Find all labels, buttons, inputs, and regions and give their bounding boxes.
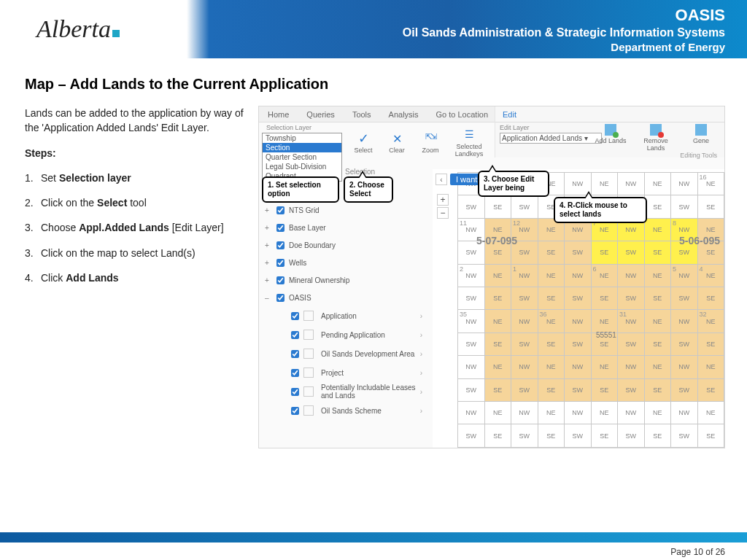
land-cell[interactable]: SW <box>511 332 538 355</box>
land-cell[interactable]: SW <box>671 195 698 218</box>
tree-row-1[interactable]: +Base Layer <box>262 219 430 236</box>
opt-section[interactable]: Section <box>263 143 341 152</box>
land-cell[interactable]: SW <box>565 378 592 401</box>
land-cell[interactable]: NW <box>671 173 698 195</box>
land-cell[interactable]: SE <box>697 424 724 448</box>
land-cell[interactable]: 5NW <box>671 264 698 287</box>
opt-quarter[interactable]: Quarter Section <box>263 152 341 162</box>
land-cell[interactable]: SE <box>591 287 618 310</box>
sublayer-checkbox[interactable] <box>291 388 299 396</box>
land-cell[interactable]: 16NE <box>697 173 724 195</box>
zoom-tool[interactable]: ⇱⇲Zoom <box>414 132 447 154</box>
land-cell[interactable]: SE <box>538 378 565 401</box>
layer-checkbox[interactable] <box>276 259 285 267</box>
layer-checkbox[interactable] <box>276 241 285 249</box>
land-cell[interactable]: NW <box>565 402 592 424</box>
land-cell[interactable]: SE <box>644 378 671 401</box>
land-cell[interactable]: SE <box>644 424 671 448</box>
sublayer-checkbox[interactable] <box>291 350 299 358</box>
land-cell[interactable]: SE <box>538 424 565 448</box>
tab-tools[interactable]: Tools <box>344 110 380 119</box>
subtree-row-5[interactable]: Oil Sands Scheme› <box>288 401 430 420</box>
land-cell[interactable]: SE <box>644 241 671 264</box>
clear-tool[interactable]: ✕Clear <box>380 132 414 154</box>
opt-lsd[interactable]: Legal Sub-Division <box>263 162 341 171</box>
tree-row-5[interactable]: –OASIS <box>262 289 430 306</box>
tab-analysis[interactable]: Analysis <box>380 110 427 119</box>
generate-button[interactable]: Gene <box>681 124 721 152</box>
land-cell[interactable]: NW <box>458 356 485 378</box>
edit-layer-select[interactable]: Application Added Lands ▾ <box>500 133 602 144</box>
land-cell[interactable]: SW <box>511 195 538 218</box>
land-cell[interactable]: 35NW <box>458 310 485 332</box>
subtree-row-2[interactable]: Oil Sands Development Area› <box>288 344 430 363</box>
select-tool[interactable]: ✓Select <box>347 132 380 154</box>
prev-button[interactable]: ‹ <box>436 174 447 185</box>
land-cell[interactable]: SE <box>538 332 565 355</box>
land-cell[interactable]: SE <box>644 195 671 218</box>
land-cell[interactable]: SW <box>458 195 485 218</box>
subtree-row-1[interactable]: Pending Application› <box>288 325 430 344</box>
land-cell[interactable]: NE <box>591 310 618 332</box>
land-cell[interactable]: NW <box>565 264 592 287</box>
land-cell[interactable]: SW <box>565 241 592 264</box>
land-cell[interactable]: SW <box>511 287 538 310</box>
land-cell[interactable]: SW <box>671 424 698 448</box>
land-cell[interactable]: NW <box>511 402 538 424</box>
land-cell[interactable]: NE <box>484 310 511 332</box>
land-cell[interactable]: NE <box>644 264 671 287</box>
tab-queries[interactable]: Queries <box>298 110 344 119</box>
layer-checkbox[interactable] <box>276 206 285 214</box>
subtree-row-4[interactable]: Potentially Includable Leases and Lands› <box>288 382 430 401</box>
layer-checkbox[interactable] <box>276 276 285 284</box>
land-cell[interactable]: NW <box>511 356 538 378</box>
land-cell[interactable]: 32NE <box>697 310 724 332</box>
land-cell[interactable]: SW <box>671 332 698 355</box>
land-cell[interactable]: NE <box>644 310 671 332</box>
land-cell[interactable]: SE <box>697 195 724 218</box>
land-cell[interactable]: NE <box>591 356 618 378</box>
opt-township[interactable]: Township <box>263 133 341 143</box>
land-cell[interactable]: NW <box>618 173 645 195</box>
land-cell[interactable]: SW <box>458 424 485 448</box>
land-cell[interactable]: NW <box>671 402 698 424</box>
land-cell[interactable]: NE <box>644 173 671 195</box>
land-cell[interactable]: SW <box>565 287 592 310</box>
land-cell[interactable]: SE <box>538 287 565 310</box>
land-cell[interactable]: SE <box>484 378 511 401</box>
land-cell[interactable]: NW <box>511 310 538 332</box>
land-cell[interactable]: SW <box>618 241 645 264</box>
land-cell[interactable]: NW <box>618 264 645 287</box>
land-cell[interactable]: NW <box>618 402 645 424</box>
land-cell[interactable]: SW <box>511 378 538 401</box>
remove-lands-button[interactable]: Remove Lands <box>635 124 676 152</box>
selection-layer-dropdown[interactable]: Township Section Quarter Section Legal S… <box>262 133 342 182</box>
land-cell[interactable]: NE <box>644 402 671 424</box>
land-cell[interactable]: SW <box>458 287 485 310</box>
sublayer-checkbox[interactable] <box>291 312 299 320</box>
tree-row-0[interactable]: +NTS Grid <box>262 201 430 219</box>
land-cell[interactable]: SE <box>591 241 618 264</box>
land-cell[interactable]: SE <box>697 287 724 310</box>
land-cell[interactable]: SW <box>565 332 592 355</box>
tree-row-4[interactable]: +Mineral Ownership <box>262 271 430 289</box>
land-cell[interactable]: SW <box>618 424 645 448</box>
land-cell[interactable]: SW <box>511 424 538 448</box>
sublayer-checkbox[interactable] <box>291 369 299 377</box>
sublayer-checkbox[interactable] <box>291 407 299 415</box>
land-cell[interactable]: SE <box>484 195 511 218</box>
landkeys-tool[interactable]: ☰Selected Landkeys <box>447 128 491 158</box>
land-cell[interactable]: NE <box>538 356 565 378</box>
land-cell[interactable]: 36NE <box>538 310 565 332</box>
land-cell[interactable]: 1NW <box>511 264 538 287</box>
land-cell[interactable]: NE <box>591 402 618 424</box>
land-cell[interactable]: NE <box>484 264 511 287</box>
land-cell[interactable]: NE <box>538 402 565 424</box>
land-cell[interactable]: SW <box>671 378 698 401</box>
land-cell[interactable]: SW <box>671 287 698 310</box>
land-cell[interactable]: NW <box>458 402 485 424</box>
subtree-row-0[interactable]: Application› <box>288 306 430 325</box>
land-cell[interactable]: NW <box>618 356 645 378</box>
land-cell[interactable]: 6NE <box>591 264 618 287</box>
tab-edit[interactable]: Edit <box>495 110 524 119</box>
